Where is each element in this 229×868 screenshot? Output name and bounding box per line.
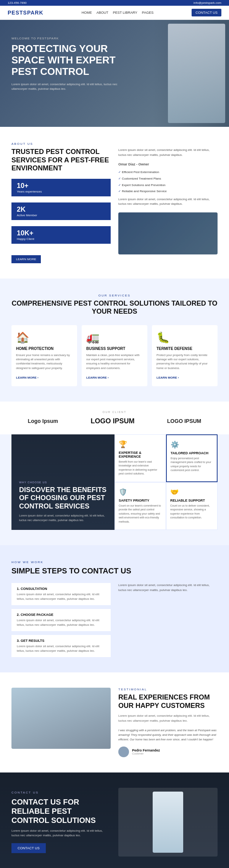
how-steps-container: 1. CONSULTATION Lorem ipsum dolor sit am… (11, 583, 111, 657)
hero-welcome-label: WELCOME TO PESTSPARK (11, 37, 118, 40)
why-card-3: 🛡️ SAFETY PRIORITY Count on our team's c… (114, 482, 166, 530)
why-card-1-desc: Benefit from our team's vast knowledge a… (119, 460, 162, 476)
nav-links: HOME ABOUT PEST LIBRARY PAGES (82, 11, 154, 15)
hero-person-figure (168, 24, 225, 123)
nav-pest-library[interactable]: PEST LIBRARY (113, 11, 137, 15)
testimonial-quote: I was struggling with a persistent ant p… (118, 728, 218, 742)
about-section: ABOUT US TRUSTED PEST CONTROL SERVICES F… (0, 127, 229, 279)
author-info: Pedro Fernandez Customer (132, 748, 160, 755)
how-step-1-title: 1. CONSULTATION (17, 587, 105, 591)
about-left: TRUSTED PEST CONTROL SERVICES FOR A PEST… (11, 148, 111, 263)
author-name: Pedro Fernandez (132, 748, 160, 752)
tailored-icon: ⚙️ (171, 440, 213, 449)
testimonial-title: REAL EXPERIENCES FROM OUR HAPPY CUSTOMER… (118, 693, 218, 710)
stat-years: 10+ Years experiences (11, 179, 111, 196)
checklist-item-2: Customized Treatment Plans (118, 177, 218, 181)
about-title: TRUSTED PEST CONTROL SERVICES FOR A PEST… (11, 148, 111, 173)
author-role: Customer (132, 752, 160, 755)
clients-label: OUR CLIENT (11, 411, 218, 413)
about-label: ABOUT US (11, 142, 218, 146)
how-step-2-desc: Lorem ipsum dolor sit amet, consectetur … (17, 618, 105, 627)
about-right-desc1: Lorem ipsum dolor sit amet, consectetur … (118, 148, 218, 158)
service-2-title: BUSINESS SUPPORT (86, 347, 143, 351)
nav-topbar: 123-456-7890 info@pestspark.com (0, 0, 229, 6)
business-support-icon: 🚛 (86, 331, 98, 343)
why-left: WHY CHOOSE US DISCOVER THE BENEFITS OF C… (11, 434, 114, 530)
safety-icon: 🛡️ (119, 488, 162, 496)
service-3-desc: Protect your property from costly termit… (156, 353, 213, 370)
stat-clients: 10K+ Happy Client (11, 226, 111, 244)
service-card-2: 🚛 BUSINESS SUPPORT Maintain a clean, pes… (82, 325, 147, 386)
service-3-link[interactable]: LEARN MORE › (156, 376, 179, 379)
hero-section: WELCOME TO PESTSPARK PROTECTING YOUR SPA… (0, 20, 229, 127)
why-right: 🏆 EXPERTISE & EXPERIENCE Benefit from ou… (114, 434, 218, 530)
cta-desc: Lorem ipsum dolor sit amet, consectetur … (11, 829, 111, 838)
how-steps: 1. CONSULTATION Lorem ipsum dolor sit am… (11, 583, 111, 657)
why-card-2-title: TAILORED APPROACH (171, 451, 213, 455)
why-card-3-desc: Count on our team's commitment to provid… (119, 504, 162, 524)
hero-title: PROTECTING YOUR SPACE WITH EXPERT PEST C… (11, 43, 118, 78)
about-director: Omar Diaz - Owner (118, 162, 218, 167)
clients-row: Logo Ipsum LOGO IPSUM LOGO IPSUM (11, 417, 218, 425)
why-card-4-desc: Count on us to deliver consistent, respo… (170, 504, 213, 520)
how-step-3-desc: Lorem ipsum dolor sit amet, consectetur … (17, 644, 105, 653)
cta-content: CONTACT US CONTACT US FOR RELIABLE PEST … (11, 791, 111, 853)
cta-label: CONTACT US (11, 791, 111, 794)
how-right-desc: Lorem ipsum dolor sit amet, consectetur … (118, 583, 218, 593)
about-image (118, 212, 218, 254)
service-card-1: 🏠 HOME PROTECTION Ensure your home remai… (11, 325, 77, 386)
stat-members-label: Active Member (17, 214, 105, 217)
why-card-2: ⚙️ TAILORED APPROACH Enjoy personalized … (166, 434, 218, 482)
cta-contact-button[interactable]: CONTACT US (11, 843, 46, 853)
testimonial-content: TESTIMONIAL REAL EXPERIENCES FROM OUR HA… (118, 688, 218, 757)
how-step-2: 2. CHOOSE PACKAGE Lorem ipsum dolor sit … (11, 609, 111, 631)
service-3-title: TERMITE DEFENSE (156, 347, 213, 351)
how-grid: 1. CONSULTATION Lorem ipsum dolor sit am… (11, 583, 218, 657)
why-title: DISCOVER THE BENEFITS OF CHOOSING OUR PE… (19, 486, 107, 511)
services-grid: 🏠 HOME PROTECTION Ensure your home remai… (11, 325, 218, 386)
why-card-4: 🤝 RELIABLE SUPPORT Count on us to delive… (166, 482, 218, 530)
nav-email: info@pestspark.com (194, 1, 221, 5)
hero-person-overlay (153, 20, 229, 127)
nav-contact-button[interactable]: CONTACT US (192, 9, 221, 16)
testimonial-image (11, 688, 111, 749)
how-step-3-title: 3. GET RESULTS (17, 639, 105, 643)
stat-years-label: Years experiences (17, 190, 105, 193)
service-1-title: HOME PROTECTION (16, 347, 73, 351)
about-image-container (118, 212, 218, 254)
how-title: SIMPLE STEPS TO CONTACT US (11, 566, 218, 575)
nav-pages[interactable]: PAGES (142, 11, 153, 15)
stats-row: 10+ Years experiences 2K Active Member 1… (11, 179, 111, 247)
client-logo-3: LOGO IPSUM (167, 418, 201, 424)
stat-members-num: 2K (17, 206, 105, 214)
service-2-link[interactable]: LEARN MORE › (86, 376, 109, 379)
service-1-desc: Ensure your home remains a sanctuary by … (16, 353, 73, 370)
nav-home[interactable]: HOME (82, 11, 92, 15)
why-card-3-title: SAFETY PRIORITY (119, 499, 162, 502)
cta-section: CONTACT US CONTACT US FOR RELIABLE PEST … (0, 772, 229, 868)
why-section: WHY CHOOSE US DISCOVER THE BENEFITS OF C… (0, 434, 229, 545)
cta-title: CONTACT US FOR RELIABLE PEST CONTROL SOL… (11, 797, 111, 825)
how-step-1: 1. CONSULTATION Lorem ipsum dolor sit am… (11, 583, 111, 605)
nav-phone: 123-456-7890 (8, 1, 27, 5)
service-1-link[interactable]: LEARN MORE › (16, 376, 39, 379)
logo: PESTSPARK (8, 10, 44, 16)
cta-person-image (118, 788, 218, 857)
expertise-icon: 🏆 (119, 440, 162, 449)
how-right: Lorem ipsum dolor sit amet, consectetur … (118, 583, 218, 657)
main-nav: PESTSPARK HOME ABOUT PEST LIBRARY PAGES … (0, 6, 229, 20)
stat-members: 2K Active Member (11, 202, 111, 220)
services-label: OUR SERVICES (11, 294, 218, 297)
why-desc: Lorem ipsum dolor sit amet, consectetur … (19, 513, 107, 522)
services-section: OUR SERVICES COMPREHENSIVE PEST CONTROL … (0, 279, 229, 402)
about-learn-more-button[interactable]: LEARN MORE (11, 255, 41, 263)
how-step-3: 3. GET RESULTS Lorem ipsum dolor sit ame… (11, 635, 111, 657)
cta-person-figure (153, 792, 183, 853)
how-step-1-desc: Lorem ipsum dolor sit amet, consectetur … (17, 592, 105, 601)
hero-description: Lorem ipsum dolor sit amet, consectetur … (11, 82, 118, 91)
clients-section: OUR CLIENT Logo Ipsum LOGO IPSUM LOGO IP… (0, 402, 229, 434)
how-section: HOW WE WORK SIMPLE STEPS TO CONTACT US 1… (0, 545, 229, 672)
how-step-2-title: 2. CHOOSE PACKAGE (17, 613, 105, 617)
stat-clients-num: 10K+ (17, 229, 105, 237)
nav-about[interactable]: ABOUT (97, 11, 108, 15)
